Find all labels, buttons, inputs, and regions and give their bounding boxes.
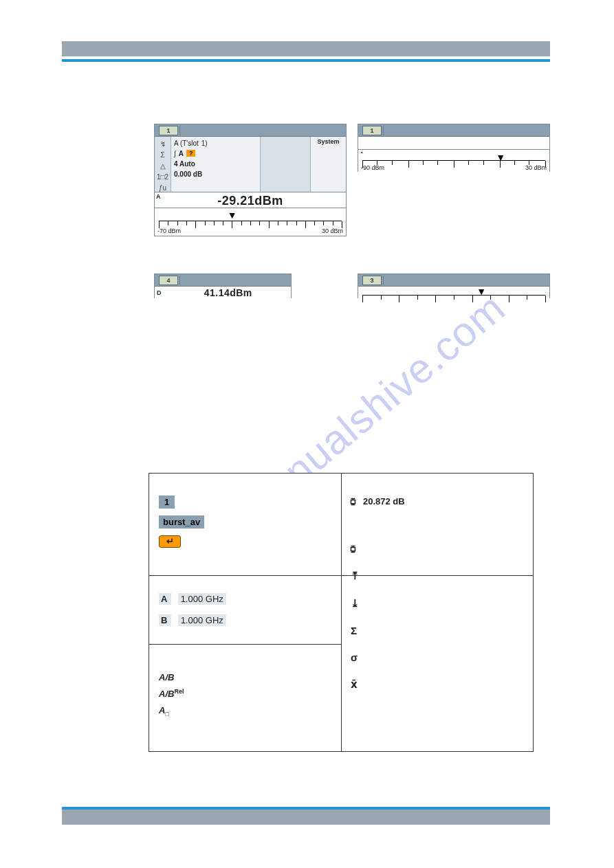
box-icon[interactable]: 1□2 [157,173,168,181]
func-ab: A/B [159,671,331,682]
freq-value: 1.000 GHz [178,614,226,626]
panel-analog-titlebar: 3 [358,274,549,287]
panel-analog-tab[interactable]: 3 [362,276,382,285]
footer-grey-bar [62,810,550,825]
marker-icon: ▼ [228,210,237,221]
panel-digA-titlebar: 1 [358,124,549,137]
delta-icon[interactable]: △ [160,162,166,170]
freq-row-b: B 1.000 GHz [159,614,331,626]
sym-row-4: Σ [351,625,523,636]
sym-row-ptp-val: ⧮ 20.872 dB [351,496,523,507]
panel-main-scale: ▼ -70 dBm 30 dBm [155,208,346,236]
panel-main-settings: A (T'slot 1) ∫ A ? 4 Auto 0.000 dB [171,137,261,194]
panel-main-tab[interactable]: 1 [159,126,178,135]
panel-main-grid: ↯ Σ △ 1□2 ƒu A (T'slot 1) ∫ A ? 4 Auto 0… [155,137,346,194]
burst-mode-badge[interactable]: burst_av [159,515,204,528]
tab-separator [383,126,384,135]
panel-digital-analog: 1 A 1.54dBm ▼ -90 dBm 30 dBm [358,124,550,172]
max-icon: ⤒ [351,570,360,582]
tab-separator [179,126,180,135]
func-a-sub: A□ [159,705,331,717]
tab-separator [383,276,384,285]
tslot-label-b: 1) [201,140,208,147]
func-sup: □ [165,710,168,717]
window-number-badge[interactable]: 1 [159,496,175,509]
func-ab-rel: A/BRel [159,688,331,699]
tab-separator [179,276,180,285]
tslot-label-a: A (T'slot [174,140,199,147]
cell-window-select: 1 burst_av ↵ [149,489,341,555]
panel-main-system-label[interactable]: System [310,137,346,194]
sym-row-3: ⤓ [351,597,523,610]
enter-button[interactable]: ↵ [159,535,181,548]
channel-label: B [159,614,171,626]
sym-row-6: x̄ [351,678,523,691]
arrow-icon[interactable]: ↯ [160,140,166,148]
scale-min: -90 dBm [361,164,384,171]
panel-main-expanded: 1 ↯ Σ △ 1□2 ƒu A (T'slot 1) ∫ A ? 4 Auto… [154,124,347,236]
cell-frequency: A 1.000 GHz B 1.000 GHz [149,586,341,643]
panel-D-tab[interactable]: 4 [159,276,178,285]
scale-max: 30 dBm [322,227,343,234]
panel-analog-only: 3 ▼ [358,274,550,298]
panel-analog-scale: ▼ [358,287,549,299]
scale-min: -70 dBm [157,227,181,234]
mean-icon: x̄ [351,678,358,691]
panel-main-readout: A -29.21dBm [155,192,346,208]
cell-symbols: ⧮ 20.872 dB ⧮ ⤒ ⤓ Σ σ x̄ [341,489,533,713]
func-sup: Rel [174,688,184,695]
readout-value: -29.21dBm [155,192,346,209]
scale-ticks [159,221,342,227]
scale-ticks [362,295,545,302]
header-blue-bar [62,59,550,62]
func-text: A [159,705,165,715]
scale-max: 30 dBm [525,164,547,171]
func-text: A/B [159,689,174,700]
scale-ticks [362,160,545,167]
readout-channel-label: D [157,289,162,296]
func-text: A/B [159,672,174,682]
readout-channel-label: A [156,193,161,200]
warning-badge[interactable]: ? [186,150,196,157]
panel-main-icon-column: ↯ Σ △ 1□2 ƒu [155,137,171,194]
ptp-value: 20.872 dB [363,496,405,507]
sym-row-5: σ [351,652,523,663]
offset-label: 0.000 dB [174,170,202,178]
peak-to-peak-icon: ⧮ [351,543,356,555]
sym-row-1: ⧮ [351,543,523,555]
readout-value: 41.14dBm [166,287,292,299]
freq-value: 1.000 GHz [178,593,226,605]
auto-label: 4 Auto [174,160,195,168]
stddev-icon: σ [351,652,358,663]
peak-to-peak-icon: ⧮ [351,496,356,507]
channel-label: A [159,593,171,605]
min-icon: ⤓ [351,597,360,610]
sum-icon: Σ [351,625,357,636]
sym-row-2: ⤒ [351,570,523,582]
panel-digital-only: 4 D 41.14dBm [154,274,292,298]
channel-a-label: A [179,150,184,157]
integral-icon: ∫ [174,150,176,157]
panel-digA-scale: ▼ -90 dBm 30 dBm [358,153,549,173]
definition-table: 1 burst_av ↵ A 1.000 GHz B 1.000 GHz A/B… [149,473,534,752]
freq-row-a: A 1.000 GHz [159,593,331,605]
table-hline-2 [149,644,341,645]
fu-icon[interactable]: ƒu [159,184,166,192]
header-grey-bar [62,41,550,56]
cell-functions: A/B A/BRel A□ [149,665,341,729]
panel-D-titlebar: 4 [155,274,291,287]
sigma-icon[interactable]: Σ [160,151,164,159]
panel-main-titlebar: 1 [155,124,346,137]
panel-digA-tab[interactable]: 1 [362,126,382,135]
panel-D-readout: D 41.14dBm [155,287,291,299]
